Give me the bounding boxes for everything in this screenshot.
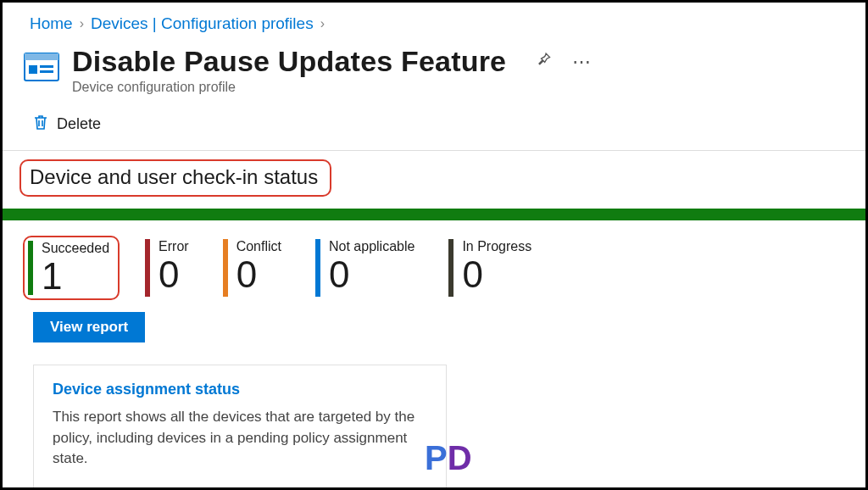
page-header: Disable Pause Updates Feature ⋯ Device c… (3, 42, 865, 95)
delete-button[interactable]: Delete (33, 114, 101, 135)
stat-label: Error (159, 239, 189, 254)
stat-color-bar (223, 239, 228, 297)
card-text: This report shows all the devices that a… (53, 407, 427, 470)
section-title: Device and user check-in status (19, 159, 331, 197)
page-subtitle: Device configuration profile (72, 80, 593, 95)
svg-rect-1 (25, 53, 58, 60)
stat-color-bar (28, 241, 33, 295)
breadcrumb: Home › Devices | Configuration profiles … (3, 3, 865, 42)
stat-in-progress[interactable]: In Progress 0 (448, 236, 540, 300)
stat-color-bar (145, 239, 150, 297)
stat-error[interactable]: Error 0 (145, 236, 198, 300)
watermark-logo: PD (425, 439, 472, 477)
delete-label: Delete (57, 115, 101, 133)
stat-label: In Progress (462, 239, 531, 254)
more-icon[interactable]: ⋯ (572, 51, 593, 73)
view-report-button[interactable]: View report (33, 312, 145, 342)
stat-value: 0 (462, 256, 531, 293)
card-title: Device assignment status (53, 381, 427, 398)
breadcrumb-home[interactable]: Home (30, 14, 73, 33)
stat-color-bar (448, 239, 453, 297)
command-bar: Delete (3, 95, 865, 150)
stat-not-applicable[interactable]: Not applicable 0 (315, 236, 423, 300)
stat-value: 0 (329, 256, 415, 293)
chevron-right-icon: › (80, 16, 84, 31)
device-assignment-card[interactable]: Device assignment status This report sho… (33, 365, 447, 490)
trash-icon (33, 114, 48, 135)
svg-rect-4 (40, 70, 53, 73)
breadcrumb-devices[interactable]: Devices | Configuration profiles (91, 14, 314, 33)
stat-label: Not applicable (329, 239, 415, 254)
page-title: Disable Pause Updates Feature (72, 45, 506, 78)
stat-value: 0 (159, 256, 189, 293)
stat-value: 1 (42, 258, 109, 295)
stat-label: Succeeded (42, 241, 109, 256)
status-bar (3, 209, 865, 220)
profile-icon (23, 50, 60, 84)
stat-value: 0 (236, 256, 281, 293)
stats-row: Succeeded 1 Error 0 Conflict 0 Not appli… (3, 220, 865, 300)
stat-label: Conflict (236, 239, 281, 254)
chevron-right-icon: › (320, 16, 325, 31)
stat-color-bar (315, 239, 320, 297)
svg-rect-2 (29, 65, 37, 74)
stat-conflict[interactable]: Conflict 0 (223, 236, 290, 300)
svg-rect-3 (40, 65, 53, 68)
stat-succeeded[interactable]: Succeeded 1 (23, 236, 120, 300)
pin-icon[interactable] (535, 51, 552, 72)
